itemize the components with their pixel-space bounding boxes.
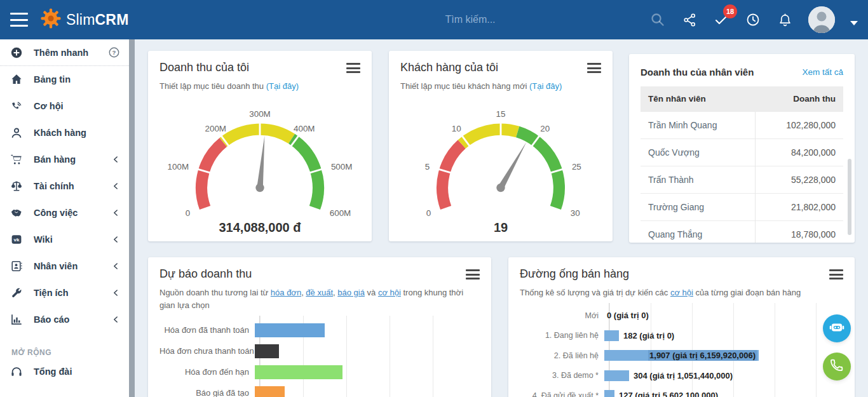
phone-fab-button[interactable] [823,353,851,380]
subtitle-text: Nguồn doanh thu tương lai từ [159,288,271,297]
svg-text:5: 5 [425,162,430,172]
sidebar-item-label: Khách hàng [34,128,86,138]
bar-chart-icon [10,313,25,326]
inline-link[interactable]: đề xuất [306,288,333,297]
card-title: Khách hàng của tôi [400,61,498,74]
svg-text:300M: 300M [249,109,271,119]
chevron-left-icon [111,155,120,164]
sidebar-item-label: Tài chính [34,181,74,191]
pipeline-bar [604,370,629,381]
hamburger-menu-icon[interactable] [10,13,28,27]
subtitle-text: và [365,288,378,297]
wrench-icon [10,286,25,299]
card-menu-icon[interactable] [829,269,843,279]
pipeline-value: 304 (giá trị 1,051,440,000) [634,371,733,380]
sidebar-section-label: MỞ RỘNG [11,348,129,357]
gauge-value: 19 [400,220,601,235]
subtitle-link[interactable]: (Tại đây) [266,81,299,91]
help-icon[interactable]: ? [108,46,120,58]
inline-link[interactable]: hóa đơn [271,288,301,297]
table-row: Trấn Thành55,228,000 [641,166,843,194]
pipeline-stage-label: Mới [520,311,604,320]
inline-link[interactable]: báo giá [337,288,365,297]
sidebar-item-label: Bảng tin [34,74,71,84]
pipeline-value: 127 (giá trị 5,602,100,000) [619,391,718,397]
svg-text:200M: 200M [205,124,226,133]
forecast-bar-chart: Hóa đơn đã thanh toánHóa đơn chưa thanh … [159,320,480,397]
svg-text:?: ? [112,49,116,56]
svg-text:vk: vk [14,237,20,243]
bell-icon[interactable] [776,11,793,28]
chevron-down-icon[interactable] [850,21,858,25]
view-all-link[interactable]: Xem tất cả [802,67,843,77]
quick-add-button[interactable]: Thêm nhanh ? [0,39,129,66]
table-row: Trần Minh Quang102,280,000 [641,112,843,139]
chevron-left-icon [111,182,120,191]
pipeline-bar-chart: Mới0 (giá trị 0)1. Đang liên hệ182 (giá … [520,306,843,397]
pipeline-value: 182 (giá trị 0) [623,331,674,340]
id-card-icon [10,260,25,273]
svg-text:600M: 600M [330,208,351,218]
sidebar-item-0[interactable]: Bảng tin [0,66,129,93]
pipeline-bar: 1,907 (giá trị 6,159,920,006) [604,350,759,361]
card-menu-icon[interactable] [587,63,601,73]
search-input[interactable] [318,9,623,30]
pipeline-row: 4. Đã gửi đề xuất *127 (giá trị 5,602,10… [520,386,843,397]
sidebar-item-9[interactable]: Báo cáo [0,306,129,333]
card-title: Doanh thu của tôi [159,61,249,74]
forecast-category-label: Hóa đơn đã thanh toán [159,325,254,335]
user-avatar[interactable] [808,6,835,33]
pipeline-stage-label: 1. Đang liên hệ [520,331,604,340]
card-title: Dự báo doanh thu [159,267,252,281]
card-menu-icon[interactable] [466,269,480,279]
card-subtitle: Thiết lập mục tiêu doanh thu (Tại đây) [159,80,360,93]
card-title: Doanh thu của nhân viên [641,67,754,77]
sidebar-item-3[interactable]: Bán hàng [0,146,129,173]
forecast-row: Hóa đơn đã thanh toán [159,320,480,340]
card-my-customers: Khách hàng của tôi Thiết lập mục tiêu kh… [389,51,613,241]
sidebar-item-8[interactable]: Tiện ích [0,279,129,306]
phone-call-icon [10,100,25,112]
employee-revenue: 21,802,000 [755,194,843,221]
tasks-check-icon[interactable]: 18 [713,11,729,28]
pipeline-row: 2. Đã liên hệ1,907 (giá trị 6,159,920,00… [520,346,843,366]
sidebar-item-4[interactable]: Tài chính [0,173,129,199]
card-title: Đường ống bán hàng [520,267,629,281]
subtitle-text: của từng giai đoạn bán hàng [693,288,801,297]
pipeline-stage-label: 4. Đã gửi đề xuất * [520,391,604,397]
sidebar-item-label: Bán hàng [34,154,76,165]
customers-gauge-chart: 051015202530 [400,95,601,219]
employee-name: Quốc Vượng [641,139,755,166]
sidebar-item-6[interactable]: vkWiki [0,226,129,253]
robot-icon [829,319,845,338]
history-clock-icon[interactable] [745,11,761,28]
sidebar-item-extension[interactable]: Tổng đài [0,358,129,385]
svg-text:20: 20 [540,124,550,133]
table-scrollbar[interactable] [848,159,851,235]
sidebar-item-label: Cơ hội [34,101,64,111]
employee-name: Quang Thắng [641,221,755,243]
sidebar-item-5[interactable]: Công việc [0,199,129,226]
balance-scale-icon [10,180,25,192]
chatbot-fab-button[interactable] [823,314,851,342]
sidebar-items: Bảng tinCơ hộiKhách hàngBán hàngTài chín… [0,66,129,333]
subtitle-link[interactable]: (Tại đây) [529,81,562,91]
inline-link[interactable]: cơ hội [670,288,693,297]
sidebar-scrollbar[interactable] [129,39,135,397]
sidebar-extension: Tổng đài [0,358,129,385]
chevron-left-icon [111,208,120,217]
sidebar-item-2[interactable]: Khách hàng [0,119,129,146]
sidebar-item-1[interactable]: Cơ hội [0,93,129,119]
employee-revenue-table: Tên nhân viên Doanh thu Trần Minh Quang1… [641,86,843,243]
pipeline-value: 1,907 (giá trị 6,159,920,006) [648,350,757,361]
search-icon[interactable] [649,11,666,28]
employee-name: Trần Minh Quang [641,112,755,139]
pipeline-bar [604,390,614,397]
card-menu-icon[interactable] [346,63,360,73]
sidebar-item-7[interactable]: Nhân viên [0,253,129,279]
share-icon[interactable] [681,11,698,28]
inline-link[interactable]: cơ hội [378,288,401,297]
brand-logo[interactable]: SlimCRM [39,7,129,32]
forecast-bar [255,323,325,337]
pipeline-stage-label: 3. Đã demo * [520,371,604,380]
